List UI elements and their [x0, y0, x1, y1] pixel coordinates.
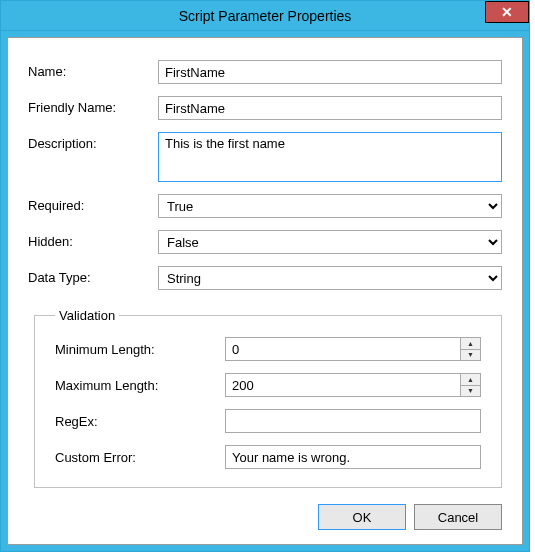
custom-error-label: Custom Error: — [55, 450, 225, 465]
data-type-select[interactable]: String — [158, 266, 502, 290]
max-length-down-button[interactable]: ▼ — [461, 386, 480, 397]
description-label: Description: — [28, 132, 158, 151]
required-select[interactable]: True — [158, 194, 502, 218]
hidden-label: Hidden: — [28, 230, 158, 249]
custom-error-input[interactable] — [225, 445, 481, 469]
max-length-spinner: ▲ ▼ — [461, 373, 481, 397]
cancel-button[interactable]: Cancel — [414, 504, 502, 530]
row-friendly-name: Friendly Name: — [28, 96, 502, 120]
name-label: Name: — [28, 60, 158, 79]
hidden-select[interactable]: False — [158, 230, 502, 254]
button-row: OK Cancel — [28, 492, 502, 530]
min-length-spinner: ▲ ▼ — [461, 337, 481, 361]
required-label: Required: — [28, 194, 158, 213]
max-length-input[interactable] — [225, 373, 461, 397]
validation-group: Validation Minimum Length: ▲ ▼ Maximum L… — [34, 308, 502, 488]
min-length-input[interactable] — [225, 337, 461, 361]
row-description: Description: — [28, 132, 502, 182]
validation-legend: Validation — [55, 308, 119, 323]
row-required: Required: True — [28, 194, 502, 218]
window-title: Script Parameter Properties — [179, 8, 352, 24]
ok-button[interactable]: OK — [318, 504, 406, 530]
min-length-down-button[interactable]: ▼ — [461, 350, 480, 361]
friendly-name-input[interactable] — [158, 96, 502, 120]
row-hidden: Hidden: False — [28, 230, 502, 254]
dialog-window: Script Parameter Properties ✕ Name: Frie… — [0, 0, 530, 552]
row-data-type: Data Type: String — [28, 266, 502, 290]
friendly-name-label: Friendly Name: — [28, 96, 158, 115]
window-chrome: Name: Friendly Name: Description: Requir… — [1, 31, 529, 551]
row-max-length: Maximum Length: ▲ ▼ — [55, 373, 481, 397]
row-min-length: Minimum Length: ▲ ▼ — [55, 337, 481, 361]
max-length-label: Maximum Length: — [55, 378, 225, 393]
regex-label: RegEx: — [55, 414, 225, 429]
name-input[interactable] — [158, 60, 502, 84]
data-type-label: Data Type: — [28, 266, 158, 285]
min-length-up-button[interactable]: ▲ — [461, 338, 480, 350]
titlebar: Script Parameter Properties ✕ — [1, 1, 529, 31]
close-icon: ✕ — [501, 4, 513, 20]
row-name: Name: — [28, 60, 502, 84]
row-regex: RegEx: — [55, 409, 481, 433]
close-button[interactable]: ✕ — [485, 1, 529, 23]
regex-input[interactable] — [225, 409, 481, 433]
row-custom-error: Custom Error: — [55, 445, 481, 469]
description-input[interactable] — [158, 132, 502, 182]
max-length-up-button[interactable]: ▲ — [461, 374, 480, 386]
content-panel: Name: Friendly Name: Description: Requir… — [7, 37, 523, 545]
min-length-label: Minimum Length: — [55, 342, 225, 357]
